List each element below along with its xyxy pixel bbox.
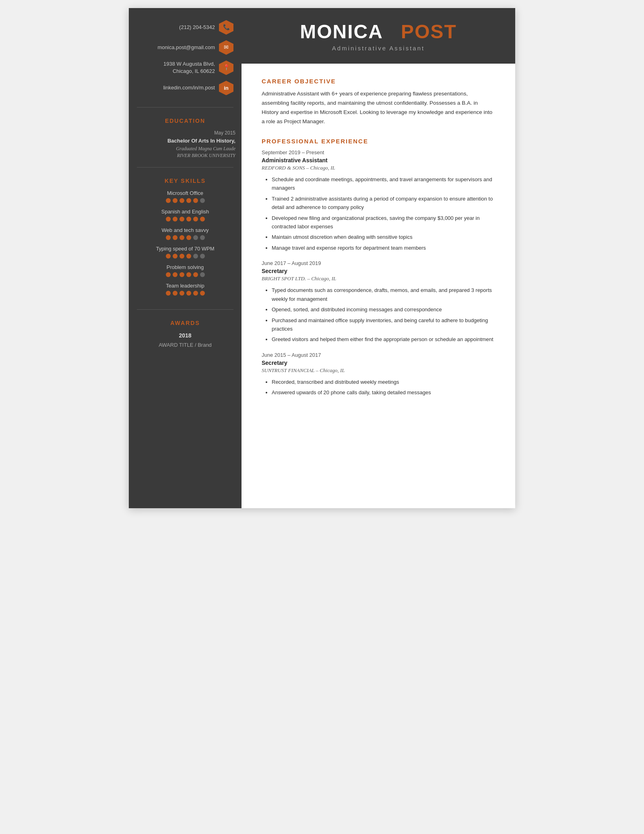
linkedin-text: linkedin.com/in/m.post [137,84,215,91]
resume-document: (212) 204-5342 📞 monica.post@gmail.com ✉… [129,8,515,508]
dot-empty [200,272,205,277]
awards-section: AWARDS 2018AWARD TITLE / Brand [129,310,242,360]
dot-filled [180,291,184,296]
exp-bullet-item: Trained 2 administrative assistants duri… [272,195,495,212]
skill-item: Microsoft Office [135,190,235,203]
education-title: EDUCATION [129,118,242,124]
dot-empty [200,254,205,259]
address-text: 1938 W Augusta Blvd, Chicago, IL 60622 [137,60,215,75]
last-name: POST [401,21,457,42]
skill-name: Problem solving [135,264,235,270]
edu-date: May 2015 [135,130,235,136]
awards-content: 2018AWARD TITLE / Brand [129,332,242,360]
skill-dots [135,235,235,240]
contact-email: monica.post@gmail.com ✉ [137,40,233,55]
professional-experience-heading: PROFESSIONAL EXPERIENCE [262,138,495,145]
dot-filled [186,235,191,240]
exp-date: June 2015 – August 2017 [262,352,495,358]
dot-filled [166,272,171,277]
exp-bullets: Schedule and coordinate meetings, appoin… [270,175,495,252]
skill-dots [135,291,235,296]
dot-empty [200,235,205,240]
exp-bullets: Typed documents such as correspondence, … [270,286,495,344]
exp-company: REDFORD & SONS – Chicago, IL [262,165,495,171]
linkedin-icon: in [219,81,233,95]
edu-degree: Bachelor Of Arts In History, [135,138,235,144]
skills-content: Microsoft OfficeSpanish and EnglishWeb a… [129,190,242,309]
header-section: MONICA POST Administrative Assistant [242,8,515,64]
contact-address: 1938 W Augusta Blvd, Chicago, IL 60622 📍 [137,60,233,75]
exp-role: Secretary [262,360,495,366]
dot-filled [180,198,184,203]
dot-filled [173,254,178,259]
award-title: AWARD TITLE / Brand [135,342,235,348]
exp-company: SUNTRUST FINANCIAL – Chicago, IL [262,367,495,374]
exp-date: September 2019 – Present [262,149,495,155]
dot-filled [180,254,184,259]
exp-bullet-item: Opened, sorted, and distributed incoming… [272,305,495,314]
dot-filled [193,198,198,203]
phone-text: (212) 204-5342 [137,24,215,31]
dot-filled [166,217,171,221]
skill-dots [135,272,235,277]
experience-block: September 2019 – PresentAdministrative A… [262,149,495,252]
exp-bullet-item: Schedule and coordinate meetings, appoin… [272,175,495,192]
dot-filled [166,254,171,259]
exp-bullet-item: Purchased and maintained office supply i… [272,316,495,333]
skill-item: Web and tech savvy [135,227,235,240]
dot-filled [180,217,184,221]
dot-filled [186,217,191,221]
skill-name: Team leadership [135,283,235,289]
exp-date: June 2017 – August 2019 [262,260,495,266]
dot-filled [166,198,171,203]
exp-bullet-item: Manage travel and expense reports for de… [272,244,495,252]
sidebar: (212) 204-5342 📞 monica.post@gmail.com ✉… [129,8,242,508]
skill-name: Web and tech savvy [135,227,235,233]
skill-name: Microsoft Office [135,190,235,196]
body-content: CAREER OBJECTIVE Administrative Assistan… [242,64,515,508]
dot-filled [193,291,198,296]
dot-filled [186,291,191,296]
exp-bullet-item: Maintain utmost discretion when dealing … [272,233,495,241]
full-name: MONICA POST [300,22,457,41]
dot-filled [166,235,171,240]
dot-filled [166,291,171,296]
skills-title: KEY SKILLS [129,178,242,184]
experience-block: June 2015 – August 2017SecretarySUNTRUST… [262,352,495,397]
contact-section: (212) 204-5342 📞 monica.post@gmail.com ✉… [129,8,242,107]
skill-item: Problem solving [135,264,235,277]
contact-phone: (212) 204-5342 📞 [137,20,233,35]
skill-name: Spanish and English [135,209,235,215]
awards-title: AWARDS [129,320,242,326]
dot-empty [200,198,205,203]
dot-empty [193,254,198,259]
dot-filled [193,272,198,277]
education-section: EDUCATION May 2015 Bachelor Of Arts In H… [129,108,242,167]
skill-dots [135,254,235,259]
experience-block: June 2017 – August 2019SecretaryBRIGHT S… [262,260,495,344]
first-name: MONICA [300,21,382,42]
dot-empty [193,235,198,240]
edu-university: RIVER BROOK UNIVERSITY [135,152,235,159]
skill-item: Typing speed of 70 WPM [135,246,235,259]
education-content: May 2015 Bachelor Of Arts In History, Gr… [129,130,242,167]
skills-section: KEY SKILLS Microsoft OfficeSpanish and E… [129,168,242,309]
exp-bullet-item: Answered upwards of 20 phone calls daily… [272,388,495,397]
skill-item: Team leadership [135,283,235,296]
exp-bullet-item: Recorded, transcribed and distributed we… [272,378,495,386]
exp-bullets: Recorded, transcribed and distributed we… [270,378,495,397]
dot-filled [193,217,198,221]
email-text: monica.post@gmail.com [137,44,215,51]
location-icon: 📍 [219,60,233,75]
dot-filled [186,254,191,259]
skill-name: Typing speed of 70 WPM [135,246,235,252]
phone-icon: 📞 [219,20,233,35]
dot-filled [186,272,191,277]
job-title: Administrative Assistant [332,45,425,52]
dot-filled [200,217,205,221]
dot-filled [173,198,178,203]
dot-filled [180,235,184,240]
experience-list: September 2019 – PresentAdministrative A… [262,149,495,397]
exp-role: Secretary [262,268,495,274]
exp-company: BRIGHT SPOT LTD. – Chicago, IL [262,275,495,282]
